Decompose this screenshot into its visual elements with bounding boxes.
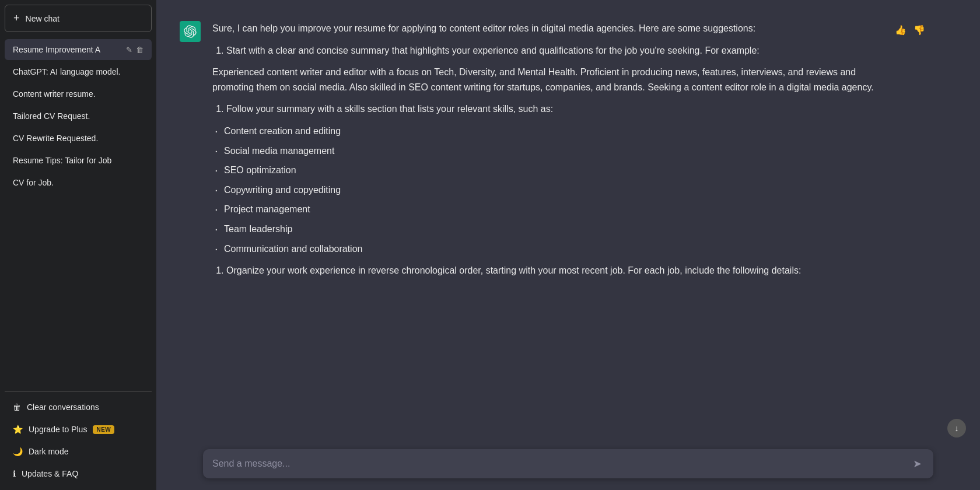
chat-item-label: CV Rewrite Requested. xyxy=(13,134,144,143)
chat-item-label: Content writer resume. xyxy=(13,89,144,99)
upgrade-label: Upgrade to Plus xyxy=(29,425,87,434)
clear-icon: 🗑 xyxy=(13,402,21,412)
sidebar-item-resume-improvement[interactable]: Resume Improvement A ✎ 🗑 xyxy=(5,39,152,60)
skill-item-3: SEO optimization xyxy=(212,163,882,178)
sidebar-item-chatgpt-ai[interactable]: ChatGPT: AI language model. xyxy=(5,61,152,82)
updates-faq-label: Updates & FAQ xyxy=(22,469,78,478)
send-icon: ➤ xyxy=(913,458,922,470)
chevron-down-icon: ↓ xyxy=(955,424,959,433)
delete-icon[interactable]: 🗑 xyxy=(136,46,144,54)
chat-item-label: Resume Improvement A xyxy=(13,45,126,54)
example-paragraph: Experienced content writer and editor wi… xyxy=(212,65,882,94)
skill-item-1: Content creation and editing xyxy=(212,124,882,139)
thumbs-down-button[interactable]: 👎 xyxy=(912,23,926,37)
sidebar-item-content-writer[interactable]: Content writer resume. xyxy=(5,83,152,104)
skill-item-7: Communication and collaboration xyxy=(212,242,882,257)
chat-messages: Sure, I can help you improve your resume… xyxy=(156,0,980,442)
dark-mode-label: Dark mode xyxy=(29,447,68,456)
sidebar-item-resume-tips[interactable]: Resume Tips: Tailor for Job xyxy=(5,150,152,171)
intro-text: Sure, I can help you improve your resume… xyxy=(212,21,882,36)
divider xyxy=(5,391,152,392)
dark-mode-button[interactable]: 🌙 Dark mode xyxy=(5,441,152,462)
message-input[interactable] xyxy=(212,459,905,469)
message-input-wrapper: ➤ xyxy=(203,449,933,478)
sidebar-bottom: 🗑 Clear conversations ⭐ Upgrade to Plus … xyxy=(5,387,152,485)
numbered-list-2: Follow your summary with a skills sectio… xyxy=(212,102,882,117)
message-actions: 👍 👎 xyxy=(894,23,926,37)
conversation-list: Resume Improvement A ✎ 🗑 ChatGPT: AI lan… xyxy=(5,39,152,387)
chat-item-label: CV for Job. xyxy=(13,178,144,187)
skill-item-6: Team leadership xyxy=(212,222,882,237)
clear-conversations-label: Clear conversations xyxy=(27,402,99,412)
sidebar-item-cv-rewrite[interactable]: CV Rewrite Requested. xyxy=(5,128,152,149)
numbered-item-2: Follow your summary with a skills sectio… xyxy=(226,102,882,117)
message-row-gpt: Sure, I can help you improve your resume… xyxy=(156,12,973,295)
numbered-list: Start with a clear and concise summary t… xyxy=(212,43,882,58)
skill-item-5: Project management xyxy=(212,202,882,217)
info-icon: ℹ xyxy=(13,469,16,478)
numbered-item-1: Start with a clear and concise summary t… xyxy=(226,43,882,58)
upgrade-to-plus-button[interactable]: ⭐ Upgrade to Plus NEW xyxy=(5,419,152,440)
scroll-to-bottom-button[interactable]: ↓ xyxy=(947,419,966,438)
clear-conversations-button[interactable]: 🗑 Clear conversations xyxy=(5,397,152,418)
numbered-item-1-text: Start with a clear and concise summary t… xyxy=(226,46,760,55)
avatar-gpt xyxy=(180,21,201,42)
sidebar: + New chat Resume Improvement A ✎ 🗑 Chat… xyxy=(0,0,156,490)
chat-item-label: Tailored CV Request. xyxy=(13,111,144,121)
dark-mode-icon: 🌙 xyxy=(13,447,23,456)
skills-list: Content creation and editing Social medi… xyxy=(212,124,882,256)
new-badge: NEW xyxy=(93,425,114,434)
message-body-gpt: Sure, I can help you improve your resume… xyxy=(212,21,882,285)
chat-item-label: Resume Tips: Tailor for Job xyxy=(13,156,144,165)
new-chat-label: New chat xyxy=(26,14,60,23)
new-chat-icon: + xyxy=(13,12,20,24)
chat-item-actions: ✎ 🗑 xyxy=(126,46,144,54)
main-content: Sure, I can help you improve your resume… xyxy=(156,0,980,490)
numbered-item-3: Organize your work experience in reverse… xyxy=(226,263,882,278)
numbered-item-3-text: Organize your work experience in reverse… xyxy=(226,265,801,275)
skill-item-4: Copywriting and copyediting xyxy=(212,183,882,198)
chat-item-label: ChatGPT: AI language model. xyxy=(13,67,144,76)
sidebar-item-cv-for-job[interactable]: CV for Job. xyxy=(5,172,152,193)
edit-icon[interactable]: ✎ xyxy=(126,46,132,54)
numbered-item-2-text: Follow your summary with a skills sectio… xyxy=(226,104,553,114)
thumbs-up-button[interactable]: 👍 xyxy=(894,23,908,37)
upgrade-icon: ⭐ xyxy=(13,425,23,434)
updates-faq-button[interactable]: ℹ Updates & FAQ xyxy=(5,463,152,484)
new-chat-button[interactable]: + New chat xyxy=(5,5,152,32)
sidebar-item-tailored-cv[interactable]: Tailored CV Request. xyxy=(5,106,152,127)
send-button[interactable]: ➤ xyxy=(911,456,924,471)
numbered-list-3: Organize your work experience in reverse… xyxy=(212,263,882,278)
skill-item-2: Social media management xyxy=(212,144,882,159)
input-area: ➤ xyxy=(156,442,980,490)
